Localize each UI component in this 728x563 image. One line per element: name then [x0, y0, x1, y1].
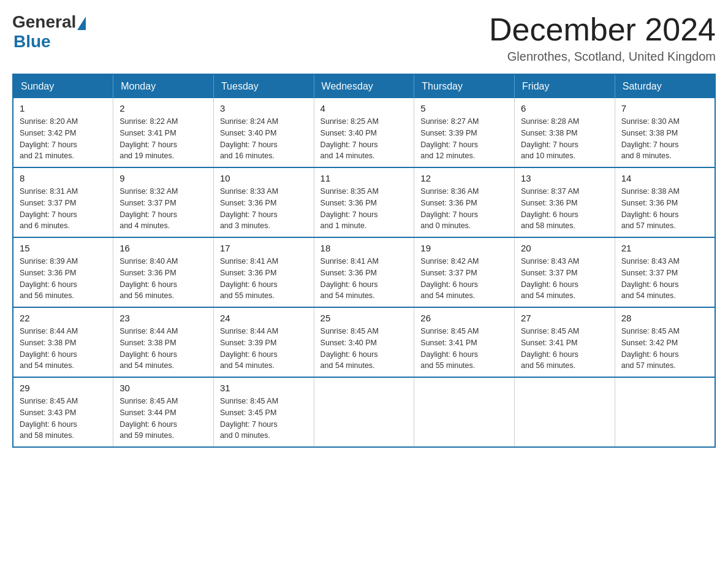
calendar-cell: 31Sunrise: 8:45 AMSunset: 3:45 PMDayligh… [213, 377, 314, 447]
day-info: Sunrise: 8:42 AMSunset: 3:37 PMDaylight:… [420, 256, 508, 302]
calendar-cell: 11Sunrise: 8:35 AMSunset: 3:36 PMDayligh… [314, 167, 414, 237]
day-info: Sunrise: 8:45 AMSunset: 3:40 PMDaylight:… [320, 326, 408, 372]
day-info: Sunrise: 8:45 AMSunset: 3:44 PMDaylight:… [119, 396, 207, 442]
calendar-cell: 25Sunrise: 8:45 AMSunset: 3:40 PMDayligh… [314, 307, 414, 377]
day-info: Sunrise: 8:44 AMSunset: 3:39 PMDaylight:… [220, 326, 308, 372]
day-info: Sunrise: 8:44 AMSunset: 3:38 PMDaylight:… [119, 326, 207, 372]
day-number: 27 [521, 313, 609, 323]
calendar-header-wednesday: Wednesday [314, 74, 414, 98]
calendar-cell: 30Sunrise: 8:45 AMSunset: 3:44 PMDayligh… [113, 377, 214, 447]
calendar-cell: 5Sunrise: 8:27 AMSunset: 3:39 PMDaylight… [414, 98, 515, 167]
calendar-cell: 14Sunrise: 8:38 AMSunset: 3:36 PMDayligh… [615, 167, 715, 237]
calendar-week-row: 8Sunrise: 8:31 AMSunset: 3:37 PMDaylight… [13, 167, 715, 237]
calendar-cell: 22Sunrise: 8:44 AMSunset: 3:38 PMDayligh… [13, 307, 113, 377]
day-number: 19 [420, 243, 508, 253]
day-info: Sunrise: 8:37 AMSunset: 3:36 PMDaylight:… [521, 186, 609, 232]
day-info: Sunrise: 8:27 AMSunset: 3:39 PMDaylight:… [420, 116, 508, 162]
calendar-week-row: 22Sunrise: 8:44 AMSunset: 3:38 PMDayligh… [13, 307, 715, 377]
day-info: Sunrise: 8:28 AMSunset: 3:38 PMDaylight:… [521, 116, 609, 162]
day-number: 3 [220, 103, 308, 113]
calendar-week-row: 1Sunrise: 8:20 AMSunset: 3:42 PMDaylight… [13, 98, 715, 167]
calendar-cell: 17Sunrise: 8:41 AMSunset: 3:36 PMDayligh… [213, 237, 314, 307]
calendar-cell: 23Sunrise: 8:44 AMSunset: 3:38 PMDayligh… [113, 307, 214, 377]
calendar-cell: 7Sunrise: 8:30 AMSunset: 3:38 PMDaylight… [615, 98, 715, 167]
calendar-cell: 19Sunrise: 8:42 AMSunset: 3:37 PMDayligh… [414, 237, 515, 307]
day-info: Sunrise: 8:43 AMSunset: 3:37 PMDaylight:… [521, 256, 609, 302]
day-info: Sunrise: 8:44 AMSunset: 3:38 PMDaylight:… [20, 326, 107, 372]
calendar-table: SundayMondayTuesdayWednesdayThursdayFrid… [12, 74, 716, 448]
calendar-cell: 1Sunrise: 8:20 AMSunset: 3:42 PMDaylight… [13, 98, 113, 167]
calendar-cell: 20Sunrise: 8:43 AMSunset: 3:37 PMDayligh… [515, 237, 615, 307]
day-number: 7 [621, 103, 708, 113]
page-title: December 2024 [489, 12, 716, 47]
day-number: 30 [119, 383, 207, 393]
day-info: Sunrise: 8:33 AMSunset: 3:36 PMDaylight:… [220, 186, 308, 232]
logo: General Blue [12, 12, 86, 52]
calendar-header-friday: Friday [515, 74, 615, 98]
calendar-header-tuesday: Tuesday [213, 74, 314, 98]
day-number: 21 [621, 243, 708, 253]
day-info: Sunrise: 8:22 AMSunset: 3:41 PMDaylight:… [119, 116, 207, 162]
page-subtitle: Glenrothes, Scotland, United Kingdom [489, 50, 716, 64]
day-info: Sunrise: 8:38 AMSunset: 3:36 PMDaylight:… [621, 186, 708, 232]
day-number: 18 [320, 243, 408, 253]
day-number: 2 [119, 103, 207, 113]
day-info: Sunrise: 8:31 AMSunset: 3:37 PMDaylight:… [20, 186, 107, 232]
calendar-header-thursday: Thursday [414, 74, 515, 98]
day-number: 11 [320, 173, 408, 183]
calendar-cell: 16Sunrise: 8:40 AMSunset: 3:36 PMDayligh… [113, 237, 214, 307]
calendar-cell: 26Sunrise: 8:45 AMSunset: 3:41 PMDayligh… [414, 307, 515, 377]
day-info: Sunrise: 8:32 AMSunset: 3:37 PMDaylight:… [119, 186, 207, 232]
calendar-cell: 10Sunrise: 8:33 AMSunset: 3:36 PMDayligh… [213, 167, 314, 237]
day-number: 22 [20, 313, 107, 323]
logo-blue-text: Blue [13, 32, 51, 52]
logo-general-text: General [12, 12, 76, 32]
calendar-cell: 12Sunrise: 8:36 AMSunset: 3:36 PMDayligh… [414, 167, 515, 237]
day-info: Sunrise: 8:43 AMSunset: 3:37 PMDaylight:… [621, 256, 708, 302]
day-info: Sunrise: 8:45 AMSunset: 3:41 PMDaylight:… [420, 326, 508, 372]
calendar-cell: 15Sunrise: 8:39 AMSunset: 3:36 PMDayligh… [13, 237, 113, 307]
calendar-cell [615, 377, 715, 447]
day-number: 29 [20, 383, 107, 393]
day-info: Sunrise: 8:41 AMSunset: 3:36 PMDaylight:… [220, 256, 308, 302]
day-info: Sunrise: 8:20 AMSunset: 3:42 PMDaylight:… [20, 116, 107, 162]
calendar-cell [515, 377, 615, 447]
day-info: Sunrise: 8:45 AMSunset: 3:41 PMDaylight:… [521, 326, 609, 372]
day-info: Sunrise: 8:45 AMSunset: 3:43 PMDaylight:… [20, 396, 107, 442]
day-number: 20 [521, 243, 609, 253]
calendar-header-sunday: Sunday [13, 74, 113, 98]
day-number: 5 [420, 103, 508, 113]
day-number: 31 [220, 383, 308, 393]
calendar-header-monday: Monday [113, 74, 214, 98]
day-number: 10 [220, 173, 308, 183]
calendar-cell: 4Sunrise: 8:25 AMSunset: 3:40 PMDaylight… [314, 98, 414, 167]
day-info: Sunrise: 8:41 AMSunset: 3:36 PMDaylight:… [320, 256, 408, 302]
calendar-cell [414, 377, 515, 447]
day-number: 13 [521, 173, 609, 183]
day-number: 14 [621, 173, 708, 183]
calendar-cell: 18Sunrise: 8:41 AMSunset: 3:36 PMDayligh… [314, 237, 414, 307]
day-number: 12 [420, 173, 508, 183]
day-info: Sunrise: 8:36 AMSunset: 3:36 PMDaylight:… [420, 186, 508, 232]
day-info: Sunrise: 8:30 AMSunset: 3:38 PMDaylight:… [621, 116, 708, 162]
day-number: 28 [621, 313, 708, 323]
calendar-header-saturday: Saturday [615, 74, 715, 98]
day-info: Sunrise: 8:39 AMSunset: 3:36 PMDaylight:… [20, 256, 107, 302]
calendar-cell: 29Sunrise: 8:45 AMSunset: 3:43 PMDayligh… [13, 377, 113, 447]
calendar-cell [314, 377, 414, 447]
day-number: 4 [320, 103, 408, 113]
day-number: 24 [220, 313, 308, 323]
calendar-cell: 3Sunrise: 8:24 AMSunset: 3:40 PMDaylight… [213, 98, 314, 167]
calendar-cell: 28Sunrise: 8:45 AMSunset: 3:42 PMDayligh… [615, 307, 715, 377]
day-info: Sunrise: 8:24 AMSunset: 3:40 PMDaylight:… [220, 116, 308, 162]
page-header: General Blue December 2024 Glenrothes, S… [12, 12, 716, 64]
day-info: Sunrise: 8:45 AMSunset: 3:42 PMDaylight:… [621, 326, 708, 372]
day-number: 1 [20, 103, 107, 113]
day-info: Sunrise: 8:25 AMSunset: 3:40 PMDaylight:… [320, 116, 408, 162]
day-info: Sunrise: 8:45 AMSunset: 3:45 PMDaylight:… [220, 396, 308, 442]
calendar-header-row: SundayMondayTuesdayWednesdayThursdayFrid… [13, 74, 715, 98]
day-number: 26 [420, 313, 508, 323]
day-number: 16 [119, 243, 207, 253]
day-number: 23 [119, 313, 207, 323]
calendar-cell: 27Sunrise: 8:45 AMSunset: 3:41 PMDayligh… [515, 307, 615, 377]
